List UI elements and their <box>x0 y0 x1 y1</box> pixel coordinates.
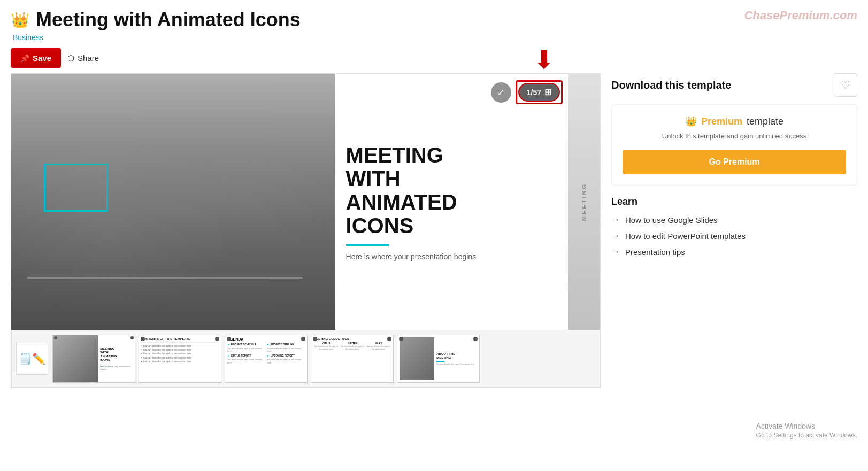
counter-text: 1/57 <box>527 88 541 97</box>
edit-icon: 🗒️✏️ <box>19 352 45 365</box>
thumb-2-inner: CONTENTS OF THIS TEMPLATE • You can desc… <box>139 335 221 382</box>
fullscreen-button[interactable]: ⤢ <box>491 82 511 103</box>
thumb-1-inner: MEETINGWITHANIMATEDICONS Here is where y… <box>53 335 135 382</box>
slide-title-line4: ICONS <box>346 214 589 237</box>
page-header: 👑 Meeting with Animated Icons Business C… <box>11 9 857 42</box>
watermark-area: ChasePremium.com <box>697 9 857 22</box>
thumb-4-title: MEETING OBJECTIVES <box>313 337 391 341</box>
preview-section: ⬇ ⤢ 1/57 ⊞ <box>11 73 601 388</box>
share-button[interactable]: ⬡ Share <box>67 53 99 63</box>
grid-icon: ⊞ <box>544 87 551 97</box>
slide-counter: 1/57 ⊞ <box>518 83 560 102</box>
premium-label-row: 👑 Premium template <box>623 115 846 127</box>
premium-crown-icon: 👑 <box>685 115 697 127</box>
side-strip: MEETING <box>568 74 600 330</box>
cyan-highlight-box <box>44 164 108 212</box>
thumb-2-dot-left <box>141 337 145 341</box>
slide-text-area: MEETING WITH ANIMATED ICONS Here is wher… <box>335 74 600 330</box>
arrow-icon-3: → <box>611 247 620 257</box>
go-premium-label: Go Premium <box>709 157 759 166</box>
go-premium-button[interactable]: Go Premium <box>623 150 846 174</box>
table-line <box>27 277 303 279</box>
slide-image: MEETING WITH ANIMATED ICONS Here is wher… <box>11 74 600 330</box>
thumb-2-content: • You can describe the topic of the sect… <box>141 344 219 364</box>
share-icon: ⬡ <box>67 53 74 63</box>
learn-section: Learn → How to use Google Slides → How t… <box>611 196 857 257</box>
thumb-5-inner: ABOUT THEMEETING You can describe the to… <box>397 335 479 382</box>
slide-viewer: ⬇ ⤢ 1/57 ⊞ <box>11 73 601 388</box>
premium-box: 👑 Premium template Unlock this template … <box>611 104 857 186</box>
thumb-5-sub: You can describe the topic of the sectio… <box>436 363 477 366</box>
learn-link-text-3: Presentation tips <box>625 248 685 257</box>
thumb-3-dot-left <box>227 337 231 341</box>
right-sidebar: Download this template ♡ 👑 Premium templ… <box>611 73 857 263</box>
thumb-3-inner: AGENDA ►PROJECT SCHEDULE You describe th… <box>225 335 307 382</box>
thumb-2-title: CONTENTS OF THIS TEMPLATE <box>141 337 219 341</box>
slide-title-line1: MEETING <box>346 143 589 167</box>
thumb-5-text: ABOUT THEMEETING You can describe the to… <box>434 337 477 380</box>
thumb-5-dot-left <box>399 337 403 341</box>
slide-title-line2: WITH <box>346 167 589 190</box>
thumb-3-col1: ►PROJECT SCHEDULE You describe the topic… <box>227 343 265 364</box>
download-header: Download this template ♡ <box>611 73 857 97</box>
thumb-3-col2: ►PROJECT TIMELINE You describe the topic… <box>267 343 305 364</box>
premium-desc: Unlock this template and gain unlimited … <box>623 132 846 141</box>
thumb-5-title: ABOUT THEMEETING <box>436 352 477 360</box>
thumb-4-inner: MEETING OBJECTIVES VENUS You can describ… <box>311 335 393 382</box>
thumbnails-row: MEETINGWITHANIMATEDICONS Here is where y… <box>52 335 595 383</box>
thumbnail-5[interactable]: ABOUT THEMEETING You can describe the to… <box>397 335 480 383</box>
learn-link-3[interactable]: → Presentation tips <box>611 247 857 257</box>
thumb-2-divider <box>141 342 219 343</box>
thumb-1-sub: Here is where your presentation begins <box>100 365 133 370</box>
heart-button[interactable]: ♡ <box>834 73 857 97</box>
thumb-5-dot <box>473 337 478 341</box>
learn-link-2[interactable]: → How to edit PowerPoint templates <box>611 231 857 241</box>
edit-icon-button[interactable]: 🗒️✏️ <box>16 343 48 375</box>
learn-link-1[interactable]: → How to use Google Slides <box>611 215 857 225</box>
watermark-text: ChasePremium.com <box>744 9 857 22</box>
pin-icon: 📌 <box>20 54 29 63</box>
side-strip-text: MEETING <box>581 183 587 221</box>
heart-icon: ♡ <box>841 79 850 91</box>
crown-icon: 👑 <box>11 11 29 29</box>
thumb-4-cols: VENUS You can describe the topic of the … <box>313 342 391 350</box>
arrow-icon-1: → <box>611 215 620 225</box>
thumb-4-col2: JUPITER You can describe the topic of th… <box>340 342 365 350</box>
thumbnail-3[interactable]: AGENDA ►PROJECT SCHEDULE You describe th… <box>225 335 308 383</box>
save-label: Save <box>33 53 51 63</box>
slide-title-line3: ANIMATED <box>346 190 589 214</box>
main-content: ⬇ ⤢ 1/57 ⊞ <box>11 73 857 388</box>
slide-accent-line <box>346 244 389 246</box>
thumb-4-dot <box>387 337 391 341</box>
slide-subtitle: Here is where your presentation begins <box>346 252 589 261</box>
thumbnail-area: 🗒️✏️ MEETINGWITHANIMATEDICONS Here is wh… <box>11 330 600 388</box>
thumb-photo <box>53 335 98 382</box>
category-label[interactable]: Business <box>13 33 697 42</box>
thumb-5-photo <box>400 337 434 380</box>
fullscreen-icon: ⤢ <box>497 87 504 97</box>
learn-title: Learn <box>611 196 857 207</box>
thumb-5-line <box>436 361 444 362</box>
save-button[interactable]: 📌 Save <box>11 48 61 68</box>
arrow-icon-2: → <box>611 231 620 241</box>
slide-photo-area <box>11 74 335 330</box>
thumb-4-col3: MARS You can describe the topic of the s… <box>366 342 391 350</box>
download-title: Download this template <box>611 79 731 91</box>
thumb-3-grid: ►PROJECT SCHEDULE You describe the topic… <box>227 343 305 364</box>
thumbnail-1[interactable]: MEETINGWITHANIMATEDICONS Here is where y… <box>52 335 135 383</box>
thumbnail-4[interactable]: MEETING OBJECTIVES VENUS You can describ… <box>311 335 394 383</box>
thumb-4-dot-left <box>313 337 317 341</box>
thumbnail-2[interactable]: CONTENTS OF THIS TEMPLATE • You can desc… <box>139 335 221 383</box>
title-row: 👑 Meeting with Animated Icons <box>11 9 697 31</box>
thumb-1-line <box>100 364 111 365</box>
thumb-corner-dot2 <box>54 336 57 339</box>
template-word: template <box>747 116 783 127</box>
thumb-corner-dot <box>130 336 134 339</box>
premium-word: Premium <box>701 116 742 127</box>
toolbar: 📌 Save ⬡ Share <box>11 48 857 68</box>
thumb-1-title: MEETINGWITHANIMATEDICONS <box>100 347 133 362</box>
thumb-text: MEETINGWITHANIMATEDICONS Here is where y… <box>98 335 135 382</box>
slide-main-title: MEETING WITH ANIMATED ICONS <box>346 143 589 237</box>
thumb-3-dot <box>301 337 305 341</box>
page-title: Meeting with Animated Icons <box>36 9 301 31</box>
